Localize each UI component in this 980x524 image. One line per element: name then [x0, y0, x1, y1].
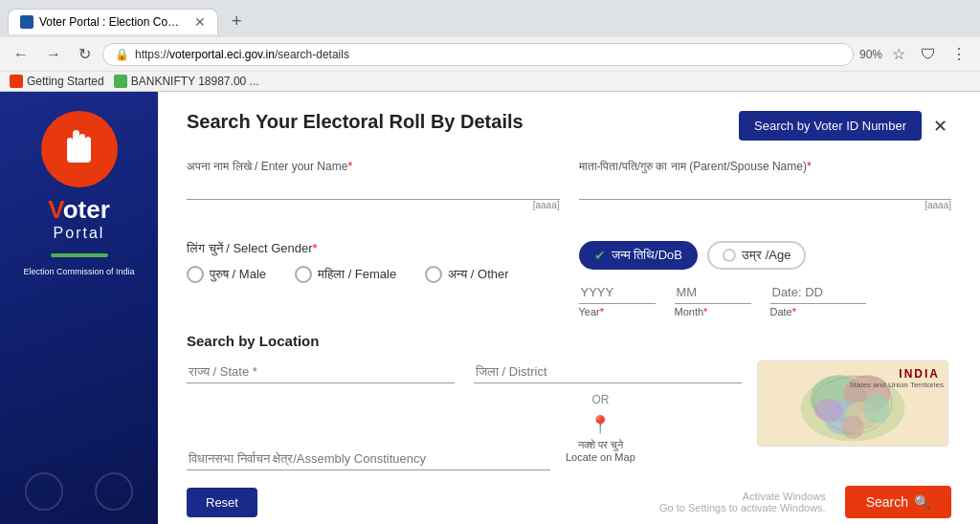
page-header: Search Your Electoral Roll By Details Se… [187, 111, 951, 141]
bookmark-favicon-1 [10, 75, 23, 88]
deco-circle-2 [95, 472, 133, 511]
bookmark-label-2: BANKNIFTY 18987.00 ... [131, 75, 259, 88]
tab-bar: Voter Portal : Election Commiss... ✕ + [0, 0, 980, 37]
male-label: पुरुष / Male [210, 267, 266, 282]
parent-spouse-field-section: माता-पिता/पति/गुरु का नाम (Parent/Spouse… [579, 160, 952, 210]
locate-map-label: नक्शे पर चुने Locate on Map [566, 439, 635, 463]
url-domain: voterportal.eci.gov.in [169, 48, 275, 61]
nav-right: 90% ☆ 🛡 ⋮ [859, 41, 972, 67]
svg-point-11 [814, 399, 843, 422]
name-label: अपना नाम लिखे / Enter your Name* [187, 160, 560, 173]
search-voter-id-label: Search by Voter ID Number [754, 119, 906, 133]
age-tab-radio [723, 249, 736, 262]
state-district-row [187, 360, 742, 383]
dob-age-section: ✔ जन्म तिथि/DoB उम्र /Age Year* [579, 241, 952, 317]
nav-bar: ← → ↻ 🔒 https://voterportal.eci.gov.in/s… [0, 37, 980, 71]
map-icon: 📍 [590, 414, 611, 435]
tab-close-icon[interactable]: ✕ [194, 15, 206, 29]
locate-on-map[interactable]: 📍 नक्शे पर चुने Locate on Map [566, 414, 635, 463]
date-field: Date* [770, 281, 866, 317]
state-input[interactable] [187, 360, 455, 383]
page-title: Search Your Electoral Roll By Details [187, 111, 523, 133]
parent-spouse-hint: [aaaa] [579, 200, 952, 210]
district-field [474, 360, 742, 383]
age-tab-label: उम्र /Age [742, 248, 791, 263]
url-text: https://voterportal.eci.gov.in/search-de… [135, 48, 841, 61]
search-btn-label: Search [866, 494, 908, 510]
deco-circle-1 [25, 472, 63, 511]
bookmark-getting-started[interactable]: Getting Started [10, 75, 104, 88]
constituency-input[interactable] [187, 448, 550, 470]
sidebar-logo: Voter Portal Election Commission of Indi… [23, 111, 134, 276]
zoom-level: 90% [859, 48, 882, 61]
male-radio[interactable] [187, 266, 204, 283]
tab-title: Voter Portal : Election Commiss... [39, 15, 189, 29]
v-letter: V [48, 195, 62, 224]
name-hint: [aaaa] [187, 200, 560, 210]
svg-rect-4 [67, 147, 91, 163]
india-map-subtitle: States and Union Territories [849, 381, 944, 389]
gender-female-option[interactable]: महिला / Female [295, 266, 396, 283]
new-tab-button[interactable]: + [222, 6, 252, 37]
dob-age-tabs: ✔ जन्म तिथि/DoB उम्र /Age [579, 241, 952, 270]
gender-other-option[interactable]: अन्य / Other [425, 266, 508, 283]
year-input[interactable] [579, 281, 656, 304]
refresh-button[interactable]: ↻ [73, 41, 97, 67]
female-label: महिला / Female [318, 267, 396, 282]
name-field-section: अपना नाम लिखे / Enter your Name* [aaaa] [187, 160, 560, 210]
constituency-or-row: OR 📍 नक्शे पर चुने Locate on Map [187, 393, 742, 470]
back-button[interactable]: ← [8, 42, 34, 67]
other-label: अन्य / Other [448, 267, 508, 282]
bookmark-banknifty[interactable]: BANKNIFTY 18987.00 ... [114, 75, 259, 88]
parent-spouse-input[interactable] [579, 177, 952, 200]
gender-male-option[interactable]: पुरुष / Male [187, 266, 266, 283]
or-locate-section: OR 📍 नक्शे पर चुने Locate on Map [566, 393, 635, 470]
close-button[interactable]: ✕ [929, 116, 951, 137]
main-content: Search Your Electoral Roll By Details Se… [158, 92, 980, 524]
parent-spouse-label: माता-पिता/पति/गुरु का नाम (Parent/Spouse… [579, 160, 952, 173]
bookmark-button[interactable]: ☆ [886, 41, 911, 67]
name-parent-row: अपना नाम लिखे / Enter your Name* [aaaa] … [187, 160, 951, 226]
year-field: Year* [579, 281, 656, 317]
month-field: Month* [675, 281, 751, 317]
dob-tab-active[interactable]: ✔ जन्म तिथि/DoB [579, 241, 699, 270]
forward-button[interactable]: → [40, 42, 67, 67]
portal-text: Portal [54, 225, 105, 241]
india-map[interactable]: INDIA States and Union Territories [757, 360, 948, 447]
gender-label: लिंग चुनें / Select Gender* [187, 241, 560, 256]
date-label: Date* [770, 306, 866, 317]
location-title: Search by Location [187, 333, 951, 349]
search-voter-id-button[interactable]: Search by Voter ID Number [739, 111, 922, 141]
search-icon: 🔍 [914, 494, 930, 510]
menu-button[interactable]: ⋮ [946, 41, 972, 67]
bookmark-favicon-2 [114, 75, 127, 88]
search-button[interactable]: Search 🔍 [845, 486, 951, 518]
sidebar: Voter Portal Election Commission of Indi… [0, 92, 158, 524]
month-label: Month* [675, 306, 751, 317]
age-tab-inactive[interactable]: उम्र /Age [707, 241, 806, 270]
shield-button[interactable]: 🛡 [915, 42, 942, 67]
district-input[interactable] [474, 360, 742, 383]
browser-chrome: Voter Portal : Election Commiss... ✕ + ←… [0, 0, 980, 92]
url-bar[interactable]: 🔒 https://voterportal.eci.gov.in/search-… [102, 43, 854, 66]
name-input[interactable] [187, 177, 560, 200]
active-tab[interactable]: Voter Portal : Election Commiss... ✕ [8, 9, 218, 34]
gender-section: लिंग चुनें / Select Gender* पुरुष / Male… [187, 241, 560, 317]
eci-text: Election Commission of India [23, 267, 134, 276]
tab-favicon [20, 15, 33, 29]
activate-windows: Activate Windows Go to Settings to activ… [659, 491, 826, 513]
lock-icon: 🔒 [115, 48, 129, 61]
dob-fields: Year* Month* Date* [579, 281, 952, 317]
app-container: Voter Portal Election Commission of Indi… [0, 92, 980, 524]
gender-dob-row: लिंग चुनें / Select Gender* पुरुष / Male… [187, 241, 951, 317]
or-text: OR [591, 393, 609, 414]
location-section: Search by Location [187, 333, 951, 470]
year-label: Year* [579, 306, 656, 317]
other-radio[interactable] [425, 266, 442, 283]
date-input[interactable] [770, 281, 866, 304]
hand-icon-circle [41, 111, 118, 187]
constituency-field [187, 448, 550, 470]
month-input[interactable] [675, 281, 751, 304]
female-radio[interactable] [295, 266, 312, 283]
reset-button[interactable]: Reset [187, 488, 257, 517]
